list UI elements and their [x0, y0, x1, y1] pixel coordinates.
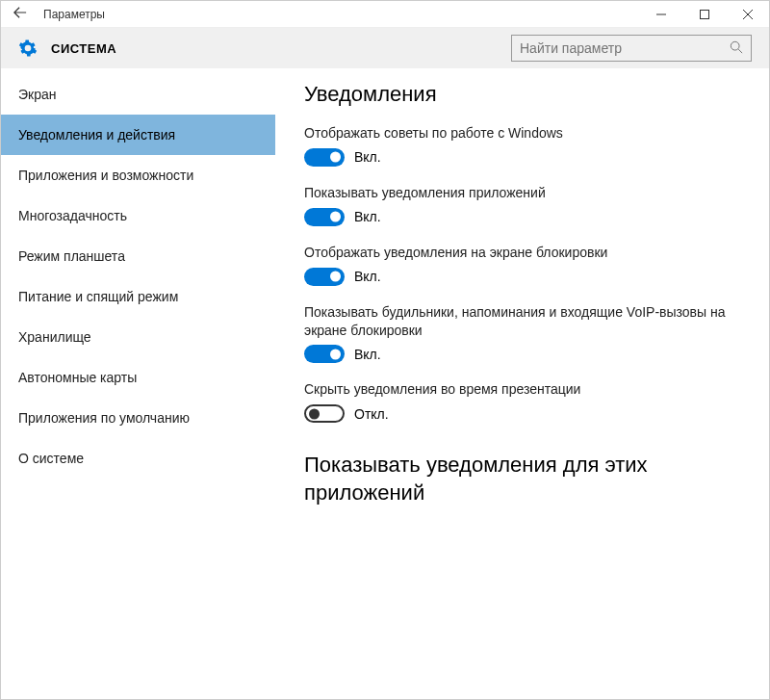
header: СИСТЕМА	[1, 28, 769, 68]
setting-label: Скрыть уведомления во время презентации	[304, 380, 740, 399]
setting-2: Отображать уведомления на экране блокиро…	[304, 244, 740, 286]
setting-label: Отображать уведомления на экране блокиро…	[304, 244, 740, 262]
setting-0: Отображать советы по работе с WindowsВкл…	[304, 124, 740, 167]
toggle-row: Вкл.	[304, 148, 740, 167]
toggle-knob	[309, 408, 320, 419]
titlebar: Параметры	[1, 1, 769, 28]
sidebar-item-label: Автономные карты	[18, 370, 137, 385]
toggle-row: Откл.	[304, 404, 740, 423]
close-icon	[743, 10, 753, 19]
sidebar-item-2[interactable]: Приложения и возможности	[1, 155, 275, 195]
search-box[interactable]	[511, 35, 752, 62]
back-button[interactable]	[1, 6, 39, 23]
minimize-icon	[656, 10, 666, 19]
toggle-state-label: Вкл.	[354, 269, 381, 284]
svg-rect-1	[700, 10, 708, 18]
setting-label: Показывать уведомления приложений	[304, 184, 740, 202]
sidebar-item-3[interactable]: Многозадачность	[1, 195, 275, 236]
toggle-knob	[330, 212, 341, 222]
toggle-state-label: Вкл.	[354, 149, 381, 165]
toggle-knob	[330, 272, 341, 282]
content-area: Уведомления Отображать советы по работе …	[275, 68, 769, 699]
toggle-state-label: Откл.	[354, 406, 389, 422]
sidebar-item-4[interactable]: Режим планшета	[1, 236, 275, 276]
back-arrow-icon	[13, 6, 27, 19]
toggle-state-label: Вкл.	[354, 209, 381, 224]
close-button[interactable]	[726, 1, 769, 28]
toggle-switch[interactable]	[304, 268, 345, 286]
sidebar-item-label: О системе	[18, 451, 84, 466]
setting-3: Показывать будильники, напоминания и вхо…	[304, 303, 740, 364]
sidebar-item-8[interactable]: Приложения по умолчанию	[1, 398, 275, 438]
sidebar-item-7[interactable]: Автономные карты	[1, 357, 275, 398]
svg-line-5	[738, 49, 742, 53]
sidebar: ЭкранУведомления и действияПриложения и …	[1, 68, 275, 699]
sidebar-item-label: Многозадачность	[18, 208, 127, 223]
sidebar-item-label: Питание и спящий режим	[18, 289, 178, 304]
setting-label: Показывать будильники, напоминания и вхо…	[304, 303, 740, 340]
window-title: Параметры	[39, 8, 639, 21]
sidebar-item-label: Уведомления и действия	[18, 127, 175, 143]
gear-icon	[18, 39, 38, 58]
sidebar-item-label: Приложения по умолчанию	[18, 410, 190, 426]
toggle-knob	[330, 152, 341, 163]
sidebar-item-0[interactable]: Экран	[1, 74, 275, 115]
toggle-switch[interactable]	[304, 404, 345, 423]
sidebar-item-5[interactable]: Питание и спящий режим	[1, 276, 275, 317]
sidebar-item-9[interactable]: О системе	[1, 438, 275, 479]
toggle-switch[interactable]	[304, 148, 345, 167]
maximize-icon	[700, 10, 709, 19]
svg-point-4	[731, 41, 739, 50]
body: ЭкранУведомления и действияПриложения и …	[1, 68, 769, 699]
section-title: Уведомления	[304, 82, 740, 107]
toggle-knob	[330, 349, 341, 359]
setting-4: Скрыть уведомления во время презентацииО…	[304, 380, 740, 423]
page-heading: СИСТЕМА	[51, 41, 511, 56]
sidebar-item-label: Экран	[18, 87, 57, 102]
sidebar-item-label: Хранилище	[18, 329, 91, 345]
sidebar-item-label: Режим планшета	[18, 248, 125, 264]
section-subtitle: Показывать уведомления для этих приложен…	[304, 452, 689, 506]
toggle-row: Вкл.	[304, 268, 740, 286]
search-input[interactable]	[520, 40, 730, 56]
toggle-switch[interactable]	[304, 345, 345, 363]
toggle-row: Вкл.	[304, 208, 740, 226]
search-icon	[730, 40, 743, 57]
sidebar-item-1[interactable]: Уведомления и действия	[1, 115, 275, 155]
setting-label: Отображать советы по работе с Windows	[304, 124, 740, 143]
maximize-button[interactable]	[682, 1, 726, 28]
sidebar-item-label: Приложения и возможности	[18, 168, 193, 183]
minimize-button[interactable]	[639, 1, 682, 28]
toggle-switch[interactable]	[304, 208, 345, 226]
setting-1: Показывать уведомления приложенийВкл.	[304, 184, 740, 226]
toggle-row: Вкл.	[304, 345, 740, 363]
sidebar-item-6[interactable]: Хранилище	[1, 317, 275, 357]
toggle-state-label: Вкл.	[354, 347, 381, 362]
